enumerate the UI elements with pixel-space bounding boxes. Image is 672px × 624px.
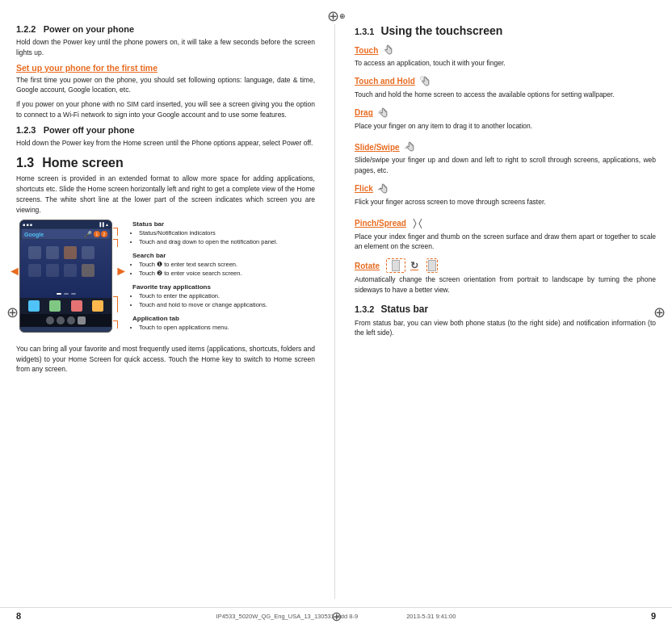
status-bar-label-block: Status bar Status/Notification indicator…: [132, 220, 315, 246]
drag-desc: Place your finger on any item to drag it…: [355, 121, 656, 132]
app-icon-1: [28, 246, 41, 259]
app-tab-label-text: Touch to open applications menu.: [132, 324, 315, 333]
app-tab-icons: [46, 316, 86, 325]
pinch-spread-label: Pinch/Spread: [355, 217, 426, 230]
bracket-status: [113, 228, 118, 236]
rotate-icon: [386, 258, 405, 273]
app-tab-icon-4: [78, 316, 86, 325]
right-column: 1.3.1 Using the touchscreen Touch To acc…: [355, 24, 656, 599]
left-column: 1.2.2 Power on your phone Hold down the …: [16, 24, 315, 599]
fav-app-3: [71, 300, 82, 312]
status-bar-item-2: Touch and drag down to open the notifica…: [139, 238, 315, 247]
pinch-spread-desc: Place your index finger and thumb on the…: [355, 232, 656, 253]
slide-swipe-title: Slide/Swipe: [355, 143, 400, 152]
bracket-fav: [113, 296, 118, 312]
phone-mockup: ◄ ► ■ ■ ■ ▐▐ ▲ Google 🎤: [16, 220, 121, 337]
search-bar-label-title: Search bar: [132, 251, 315, 261]
drag-section: Drag Place your finger on any item to dr…: [355, 107, 656, 132]
mic-icon: 🎤: [84, 231, 92, 238]
crosshair-right-icon: ⊕: [653, 304, 666, 321]
drag-hand-icon: [376, 107, 389, 119]
fav-app-2: [49, 300, 61, 312]
section-123-num: 1.2.3: [16, 125, 36, 135]
status-bar-item-1: Status/Notification indicators: [139, 229, 315, 238]
section-122-title: Power on your phone: [44, 24, 134, 34]
section-123-title: Power off your phone: [44, 125, 135, 135]
app-tab-bar: [20, 314, 111, 327]
section-132-header: 1.3.2 Status bar: [355, 304, 656, 315]
app-tab-label-block: Application tab Touch to open applicatio…: [132, 314, 315, 333]
search-bar-item-1: Touch ❶ to enter text search screen.: [139, 261, 315, 270]
flick-section: Flick Flick your finger across screen to…: [355, 182, 656, 207]
status-bar-label-title: Status bar: [132, 220, 315, 229]
page-footer: 8 ⊕ IP4533_5020W_QG_Eng_USA_13_130531.in…: [0, 607, 672, 624]
app-icon-4: [82, 246, 94, 259]
search-num1: 1: [94, 231, 100, 237]
section-13-body1: Home screen is provided in an extended f…: [16, 174, 315, 215]
pinch-spread-section: Pinch/Spread Place your index finger and…: [355, 217, 656, 253]
section-13-title: Home screen: [42, 156, 124, 170]
section-131-title: Using the touchscreen: [380, 24, 502, 37]
pinch-spread-icon: [410, 217, 426, 230]
section-122-body2: The first time you power on the phone, y…: [16, 75, 315, 96]
section-13: 1.3 Home screen Home screen is provided …: [16, 156, 315, 375]
app-icon-6: [46, 264, 59, 277]
drag-label: Drag: [355, 107, 389, 119]
phone-diagram: ◄ ► ■ ■ ■ ▐▐ ▲ Google 🎤: [16, 220, 315, 337]
google-text: Google: [24, 232, 44, 237]
search-bar-label-text: Touch ❶ to enter text search screen. Tou…: [132, 261, 315, 278]
page-number-right: 9: [651, 611, 656, 621]
section-132-num: 1.3.2: [355, 304, 374, 314]
app-icon-3: [64, 246, 77, 259]
page-number-left: 8: [16, 611, 21, 621]
rotate-title: Rotate: [355, 262, 380, 270]
app-tab-icon-1: [46, 316, 54, 325]
touch-hand-icon: [381, 44, 394, 57]
app-tab-icon-2: [57, 316, 65, 325]
section-122-sub1: Set up your phone for the first time: [16, 63, 315, 73]
slide-swipe-desc: Slide/swipe your finger up and down and …: [355, 155, 656, 176]
section-132-title: Status bar: [380, 304, 428, 315]
crosshair-bottom-icon: ⊕: [331, 609, 342, 624]
flick-title: Flick: [355, 184, 373, 193]
section-132: 1.3.2 Status bar From status bar, you ca…: [355, 304, 656, 339]
app-icon-8: [82, 264, 94, 277]
section-131-header: 1.3.1 Using the touchscreen: [355, 24, 656, 37]
section-122-num: 1.2.2: [16, 24, 36, 34]
column-divider: [334, 24, 335, 599]
section-123-body: Hold down the Power key from the Home sc…: [16, 138, 315, 149]
phone-main-area: [20, 240, 111, 298]
touch-section: Touch To access an application, touch it…: [355, 44, 656, 69]
section-123-heading: 1.2.3 Power off your phone: [16, 125, 315, 135]
flick-label: Flick: [355, 182, 389, 195]
fav-app-4: [92, 300, 103, 312]
section-123: 1.2.3 Power off your phone Hold down the…: [16, 125, 315, 149]
arrow-left-icon: ◄: [8, 264, 21, 278]
slide-swipe-section: Slide/Swipe Slide/swipe your finger up a…: [355, 140, 656, 176]
status-bar-label-text: Status/Notification indicators Touch and…: [132, 229, 315, 246]
fav-tray-label-title: Favorite tray applications: [132, 283, 315, 292]
bracket-search: [113, 239, 118, 247]
diagram-labels: Status bar Status/Notification indicator…: [121, 220, 315, 337]
app-icon-7: [64, 264, 77, 277]
touch-hold-section: Touch and Hold Touch and hold the home s…: [355, 75, 656, 100]
footer-date: 2013-5-31 9:41:00: [406, 613, 456, 620]
fav-tray-label-text: Touch to enter the application. Touch an…: [132, 292, 315, 309]
rotate-arrow-icon: ↻: [410, 260, 418, 271]
rotate-section: Rotate ↻ Automatically change the screen…: [355, 258, 656, 295]
app-icon-5: [28, 264, 41, 277]
touch-hold-title: Touch and Hold: [355, 77, 415, 86]
crosshair-top-icon: ⊕: [328, 8, 344, 24]
page-indicators: [57, 293, 76, 295]
page-container: ⊕ ⊕ ⊕ 1.2.2 Power on your phone Hold dow…: [0, 0, 672, 624]
section-122-heading: 1.2.2 Power on your phone: [16, 24, 315, 34]
section-122: 1.2.2 Power on your phone Hold down the …: [16, 24, 315, 120]
touch-hold-label: Touch and Hold: [355, 75, 431, 88]
section-13-num: 1.3: [16, 156, 34, 170]
fav-tray-item-1: Touch to enter the application.: [139, 292, 315, 301]
slide-swipe-label: Slide/Swipe: [355, 140, 416, 153]
status-bar-label: ■ ■ ■: [23, 222, 32, 227]
bracket-app: [113, 320, 118, 329]
section-13-body-bottom: You can bring all your favorite and most…: [16, 344, 315, 375]
app-tab-item-1: Touch to open applications menu.: [139, 324, 315, 333]
